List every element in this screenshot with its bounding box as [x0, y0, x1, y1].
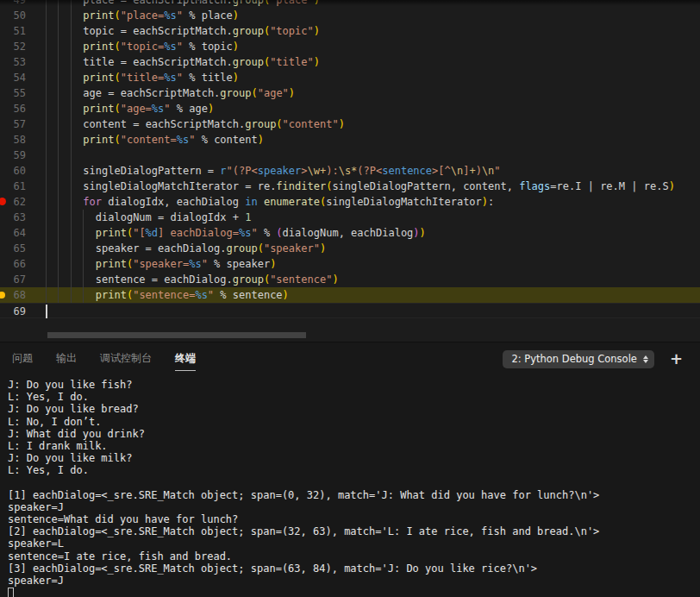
code-token: speaker: [227, 258, 271, 270]
code-token: "sentence": [270, 273, 332, 286]
code-line[interactable]: 63 dialogNum = dialogIdx + 1: [0, 210, 700, 225]
code-token: sentence: [96, 273, 146, 286]
code-line[interactable]: 55 age = eachScriptMatch.group("age"): [0, 85, 700, 101]
code-token: "age": [258, 87, 289, 99]
code-token: ): [420, 227, 426, 239]
code-token: ": [251, 227, 257, 239]
code-token: ): [332, 273, 338, 286]
terminal-output[interactable]: J: Do you like fish?L: Yes, I do.J: Do y…: [0, 377, 700, 597]
panel-tab-debug-console[interactable]: 调试控制台: [100, 348, 152, 371]
code-text: title = eachScriptMatch.group("title"): [46, 54, 320, 70]
code-token: print: [96, 258, 127, 270]
code-line[interactable]: 54 print("title=%s" % title): [0, 70, 700, 85]
code-text: print("speaker=%s" % speaker): [46, 256, 276, 272]
code-token: title: [202, 72, 233, 84]
terminal-line: sentence=What did you have for lunch?: [8, 513, 700, 525]
code-token: ): [233, 9, 239, 22]
line-number[interactable]: 57: [0, 116, 26, 132]
code-text: place = eachScriptMatch.group("place"): [46, 0, 320, 8]
line-number[interactable]: 64: [0, 225, 26, 241]
code-token: =: [152, 211, 171, 223]
terminal-line: [8, 477, 700, 489]
code-token: (?P<: [233, 165, 258, 177]
code-line[interactable]: 49 place = eachScriptMatch.group("place"…: [0, 0, 700, 8]
code-token: print: [83, 9, 114, 22]
code-token: dialogIdx: [171, 211, 227, 223]
line-number[interactable]: 55: [0, 85, 26, 101]
code-line[interactable]: 60 singleDialogPattern = r"(?P<speaker>\…: [0, 163, 700, 179]
code-token: =: [127, 118, 146, 130]
code-line[interactable]: 64 print("[%d] eachDialog=%s" % (dialogN…: [0, 225, 700, 241]
line-number[interactable]: 61: [0, 179, 26, 194]
code-token: ): [339, 118, 345, 130]
code-line[interactable]: 65 speaker = eachDialog.group("speaker"): [0, 241, 700, 256]
debug-console-selector[interactable]: 2: Python Debug Console: [503, 350, 654, 368]
panel-tab-problems[interactable]: 问题: [12, 348, 33, 371]
code-token: %: [171, 103, 190, 115]
line-number[interactable]: 58: [0, 132, 26, 148]
code-token: eachScriptMatch: [121, 87, 214, 99]
panel-tab-output[interactable]: 输出: [56, 348, 77, 371]
code-token: %: [183, 41, 202, 53]
line-number[interactable]: 51: [0, 23, 26, 39]
code-line[interactable]: 68 print("sentence=%s" % sentence): [0, 287, 700, 303]
code-line[interactable]: 53 title = eachScriptMatch.group("title"…: [0, 54, 700, 70]
editor-horizontal-scrollbar[interactable]: [47, 332, 306, 338]
line-number[interactable]: 67: [0, 272, 26, 287]
code-token: ): [270, 258, 276, 270]
code-token: ): [283, 289, 289, 301]
code-line[interactable]: 56 print("age=%s" % age): [0, 101, 700, 116]
code-token: ": [227, 165, 233, 177]
panel-tab-terminal[interactable]: 终端: [175, 348, 196, 371]
line-number[interactable]: 66: [0, 256, 26, 272]
code-token: re: [644, 180, 656, 192]
code-text: print("topic=%s" % topic): [46, 39, 239, 54]
code-token: flags: [519, 180, 550, 192]
code-line[interactable]: 66 print("speaker=%s" % speaker): [0, 256, 700, 272]
code-line[interactable]: 50 print("place=%s" % place): [0, 8, 700, 23]
terminal-line: [3] eachDialog=<_sre.SRE_Match object; s…: [8, 562, 700, 575]
code-token: (: [114, 72, 120, 84]
code-line[interactable]: 52 print("topic=%s" % topic): [0, 39, 700, 54]
line-number[interactable]: 53: [0, 54, 26, 70]
code-token: re: [557, 180, 569, 192]
code-token: in: [239, 196, 264, 208]
line-number[interactable]: 59: [0, 148, 26, 163]
new-terminal-button[interactable]: +: [670, 351, 683, 367]
code-token: \n: [482, 165, 494, 177]
code-token: =: [146, 273, 165, 286]
code-line[interactable]: 59: [0, 148, 700, 163]
line-number[interactable]: 63: [0, 210, 26, 225]
code-line[interactable]: 51 topic = eachScriptMatch.group("topic"…: [0, 23, 700, 39]
code-token: "place": [270, 0, 314, 6]
code-token: %s: [239, 227, 251, 239]
line-number[interactable]: 56: [0, 101, 26, 116]
line-number[interactable]: 50: [0, 8, 26, 23]
line-number[interactable]: 54: [0, 70, 26, 85]
code-token: ): [314, 25, 320, 37]
code-line[interactable]: 67 sentence = eachDialog.group("sentence…: [0, 272, 700, 287]
code-token: .: [227, 56, 233, 68]
code-token: "speaker": [264, 242, 320, 255]
code-line[interactable]: 62 for dialogIdx, eachDialog in enumerat…: [0, 194, 700, 210]
code-token: group: [233, 0, 264, 6]
code-token: =: [102, 87, 121, 99]
code-token: (: [276, 118, 282, 130]
code-token: content: [463, 180, 507, 192]
code-token: %: [195, 134, 214, 146]
code-token: print: [83, 103, 114, 115]
line-number[interactable]: 49: [0, 0, 26, 8]
code-line[interactable]: 57 content = eachScriptMatch.group("cont…: [0, 116, 700, 132]
code-line[interactable]: 69: [0, 303, 700, 318]
code-token: ): [208, 103, 214, 115]
code-text: print("[%d] eachDialog=%s" % (dialogNum,…: [46, 225, 426, 241]
code-line[interactable]: 58 print("content=%s" % content): [0, 132, 700, 148]
terminal-cursor: [8, 588, 14, 597]
code-line[interactable]: 61 singleDialogMatchIterator = re.findit…: [0, 179, 700, 194]
code-token: content: [83, 118, 127, 130]
line-number[interactable]: 69: [0, 304, 26, 319]
line-number[interactable]: 52: [0, 39, 26, 54]
line-number[interactable]: 65: [0, 241, 26, 256]
line-number[interactable]: 60: [0, 163, 26, 179]
code-editor[interactable]: 49 place = eachScriptMatch.group("place"…: [0, 0, 700, 342]
